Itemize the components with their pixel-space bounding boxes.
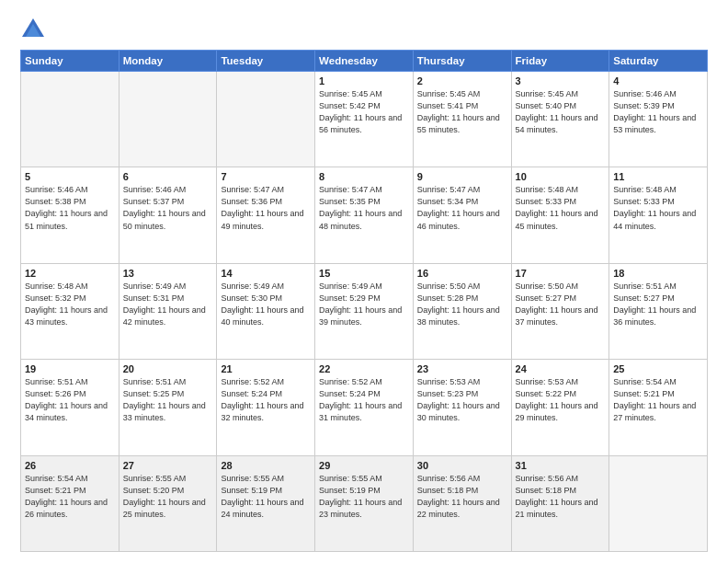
- day-info: Sunrise: 5:52 AMSunset: 5:24 PMDaylight:…: [221, 376, 311, 424]
- day-number: 10: [516, 171, 606, 182]
- calendar-cell: 6Sunrise: 5:46 AMSunset: 5:37 PMDaylight…: [119, 167, 217, 263]
- calendar-cell: 15Sunrise: 5:49 AMSunset: 5:29 PMDayligh…: [315, 263, 414, 359]
- day-number: 1: [319, 75, 409, 86]
- day-number: 8: [319, 171, 409, 182]
- calendar-cell: 21Sunrise: 5:52 AMSunset: 5:24 PMDayligh…: [217, 360, 315, 455]
- calendar-cell: 9Sunrise: 5:47 AMSunset: 5:34 PMDaylight…: [413, 167, 511, 263]
- weekday-header-wednesday: Wednesday: [315, 51, 414, 72]
- day-number: 6: [123, 171, 213, 182]
- calendar-cell: 20Sunrise: 5:51 AMSunset: 5:25 PMDayligh…: [119, 360, 217, 455]
- calendar-cell: 8Sunrise: 5:47 AMSunset: 5:35 PMDaylight…: [315, 167, 414, 263]
- day-number: 30: [417, 460, 507, 471]
- day-number: 17: [516, 268, 606, 279]
- weekday-header-monday: Monday: [119, 51, 217, 72]
- day-info: Sunrise: 5:54 AMSunset: 5:21 PMDaylight:…: [613, 376, 703, 424]
- day-number: 27: [123, 460, 213, 471]
- week-row-1: 1Sunrise: 5:45 AMSunset: 5:42 PMDaylight…: [21, 72, 708, 167]
- week-row-2: 5Sunrise: 5:46 AMSunset: 5:38 PMDaylight…: [21, 167, 708, 263]
- calendar-cell: 30Sunrise: 5:56 AMSunset: 5:18 PMDayligh…: [413, 455, 511, 551]
- calendar-cell: 18Sunrise: 5:51 AMSunset: 5:27 PMDayligh…: [609, 263, 708, 359]
- week-row-5: 26Sunrise: 5:54 AMSunset: 5:21 PMDayligh…: [21, 455, 708, 551]
- calendar-table: SundayMondayTuesdayWednesdayThursdayFrid…: [20, 50, 708, 552]
- day-number: 13: [123, 268, 213, 279]
- day-info: Sunrise: 5:53 AMSunset: 5:22 PMDaylight:…: [516, 376, 606, 424]
- day-number: 11: [613, 171, 703, 182]
- day-info: Sunrise: 5:50 AMSunset: 5:28 PMDaylight:…: [417, 281, 507, 328]
- day-info: Sunrise: 5:48 AMSunset: 5:33 PMDaylight:…: [516, 184, 606, 232]
- weekday-header-thursday: Thursday: [413, 51, 511, 72]
- calendar-cell: 16Sunrise: 5:50 AMSunset: 5:28 PMDayligh…: [413, 263, 511, 359]
- calendar-cell: [609, 455, 708, 551]
- day-info: Sunrise: 5:49 AMSunset: 5:31 PMDaylight:…: [123, 281, 213, 328]
- day-number: 4: [613, 75, 703, 86]
- calendar-cell: 24Sunrise: 5:53 AMSunset: 5:22 PMDayligh…: [511, 360, 609, 455]
- week-row-3: 12Sunrise: 5:48 AMSunset: 5:32 PMDayligh…: [21, 263, 708, 359]
- day-number: 18: [613, 268, 703, 279]
- calendar-cell: 12Sunrise: 5:48 AMSunset: 5:32 PMDayligh…: [21, 263, 119, 359]
- weekday-header-sunday: Sunday: [21, 51, 119, 72]
- day-number: 20: [123, 363, 213, 374]
- day-number: 5: [25, 171, 115, 182]
- calendar-cell: [21, 72, 119, 167]
- day-info: Sunrise: 5:56 AMSunset: 5:18 PMDaylight:…: [417, 473, 507, 521]
- day-number: 28: [221, 460, 311, 471]
- logo: [20, 17, 50, 42]
- calendar-cell: 4Sunrise: 5:46 AMSunset: 5:39 PMDaylight…: [609, 72, 708, 167]
- calendar-cell: 27Sunrise: 5:55 AMSunset: 5:20 PMDayligh…: [119, 455, 217, 551]
- day-info: Sunrise: 5:52 AMSunset: 5:24 PMDaylight:…: [319, 376, 409, 424]
- day-number: 24: [516, 363, 606, 374]
- day-info: Sunrise: 5:46 AMSunset: 5:39 PMDaylight:…: [613, 88, 703, 136]
- day-info: Sunrise: 5:45 AMSunset: 5:40 PMDaylight:…: [516, 88, 606, 136]
- day-info: Sunrise: 5:46 AMSunset: 5:37 PMDaylight:…: [123, 184, 213, 232]
- calendar-cell: 1Sunrise: 5:45 AMSunset: 5:42 PMDaylight…: [315, 72, 414, 167]
- day-number: 26: [25, 460, 115, 471]
- day-number: 23: [417, 363, 507, 374]
- day-info: Sunrise: 5:53 AMSunset: 5:23 PMDaylight:…: [417, 376, 507, 424]
- calendar-cell: 31Sunrise: 5:56 AMSunset: 5:18 PMDayligh…: [511, 455, 609, 551]
- day-number: 19: [25, 363, 115, 374]
- calendar-cell: [217, 72, 315, 167]
- calendar-cell: 14Sunrise: 5:49 AMSunset: 5:30 PMDayligh…: [217, 263, 315, 359]
- calendar-cell: 28Sunrise: 5:55 AMSunset: 5:19 PMDayligh…: [217, 455, 315, 551]
- day-number: 3: [516, 75, 606, 86]
- calendar-cell: 23Sunrise: 5:53 AMSunset: 5:23 PMDayligh…: [413, 360, 511, 455]
- day-info: Sunrise: 5:49 AMSunset: 5:29 PMDaylight:…: [319, 281, 409, 328]
- calendar-cell: 10Sunrise: 5:48 AMSunset: 5:33 PMDayligh…: [511, 167, 609, 263]
- day-number: 22: [319, 363, 409, 374]
- day-info: Sunrise: 5:55 AMSunset: 5:20 PMDaylight:…: [123, 473, 213, 521]
- day-number: 31: [516, 460, 606, 471]
- day-info: Sunrise: 5:47 AMSunset: 5:34 PMDaylight:…: [417, 184, 507, 232]
- calendar-page: SundayMondayTuesdayWednesdayThursdayFrid…: [0, 0, 728, 563]
- calendar-cell: 29Sunrise: 5:55 AMSunset: 5:19 PMDayligh…: [315, 455, 414, 551]
- header: [20, 17, 708, 42]
- day-number: 7: [221, 171, 311, 182]
- day-number: 29: [319, 460, 409, 471]
- day-info: Sunrise: 5:48 AMSunset: 5:33 PMDaylight:…: [613, 184, 703, 232]
- day-info: Sunrise: 5:45 AMSunset: 5:42 PMDaylight:…: [319, 88, 409, 136]
- day-info: Sunrise: 5:51 AMSunset: 5:25 PMDaylight:…: [123, 376, 213, 424]
- calendar-cell: [119, 72, 217, 167]
- calendar-cell: 26Sunrise: 5:54 AMSunset: 5:21 PMDayligh…: [21, 455, 119, 551]
- calendar-cell: 7Sunrise: 5:47 AMSunset: 5:36 PMDaylight…: [217, 167, 315, 263]
- day-number: 2: [417, 75, 507, 86]
- day-info: Sunrise: 5:47 AMSunset: 5:35 PMDaylight:…: [319, 184, 409, 232]
- weekday-header-saturday: Saturday: [609, 51, 708, 72]
- calendar-cell: 2Sunrise: 5:45 AMSunset: 5:41 PMDaylight…: [413, 72, 511, 167]
- weekday-header-tuesday: Tuesday: [217, 51, 315, 72]
- day-number: 9: [417, 171, 507, 182]
- calendar-cell: 3Sunrise: 5:45 AMSunset: 5:40 PMDaylight…: [511, 72, 609, 167]
- calendar-cell: 22Sunrise: 5:52 AMSunset: 5:24 PMDayligh…: [315, 360, 414, 455]
- day-info: Sunrise: 5:49 AMSunset: 5:30 PMDaylight:…: [221, 281, 311, 328]
- calendar-cell: 13Sunrise: 5:49 AMSunset: 5:31 PMDayligh…: [119, 263, 217, 359]
- day-info: Sunrise: 5:51 AMSunset: 5:27 PMDaylight:…: [613, 281, 703, 328]
- day-info: Sunrise: 5:51 AMSunset: 5:26 PMDaylight:…: [25, 376, 115, 424]
- day-info: Sunrise: 5:55 AMSunset: 5:19 PMDaylight:…: [319, 473, 409, 521]
- day-number: 21: [221, 363, 311, 374]
- day-info: Sunrise: 5:54 AMSunset: 5:21 PMDaylight:…: [25, 473, 115, 521]
- calendar-cell: 11Sunrise: 5:48 AMSunset: 5:33 PMDayligh…: [609, 167, 708, 263]
- day-number: 25: [613, 363, 703, 374]
- day-info: Sunrise: 5:46 AMSunset: 5:38 PMDaylight:…: [25, 184, 115, 232]
- day-info: Sunrise: 5:50 AMSunset: 5:27 PMDaylight:…: [516, 281, 606, 328]
- weekday-header-row: SundayMondayTuesdayWednesdayThursdayFrid…: [21, 51, 708, 72]
- day-number: 16: [417, 268, 507, 279]
